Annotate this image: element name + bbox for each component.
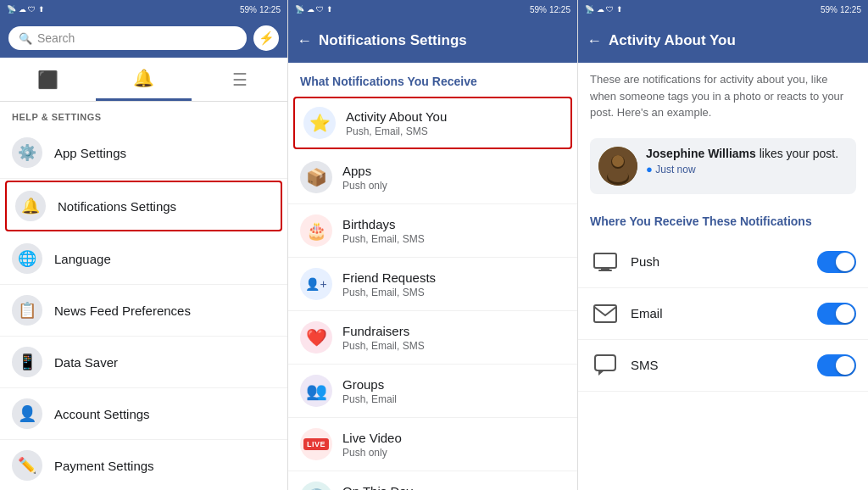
- account-settings-icon: 👤: [12, 398, 42, 429]
- search-input-wrap[interactable]: 🔍 Search: [8, 26, 247, 50]
- status-icons-2: 📡 ☁ 🛡 ⬆: [295, 5, 333, 14]
- notif-item-activity[interactable]: ⭐ Activity About You Push, Email, SMS: [293, 97, 572, 149]
- status-icons: 📡 ☁ 🛡 ⬆: [7, 5, 45, 14]
- birthdays-text: Birthdays Push, Email, SMS: [342, 217, 565, 245]
- svg-point-4: [608, 169, 628, 182]
- news-feed-label: News Feed Preferences: [54, 303, 191, 318]
- on-this-day-name: On This Day: [342, 484, 565, 491]
- panel-main-menu: 📡 ☁ 🛡 ⬆ 59% 12:25 🔍 Search ⚡ ⬛ 🔔 ☰ HELP …: [0, 0, 288, 490]
- live-badge: LIVE: [303, 438, 329, 450]
- live-video-sub: Push only: [342, 447, 565, 459]
- push-icon: [590, 247, 620, 277]
- svg-rect-8: [594, 305, 616, 322]
- notifications-settings-icon: 🔔: [15, 191, 46, 221]
- time-display: 12:25: [259, 5, 281, 14]
- activity-sub: Push, Email, SMS: [346, 125, 562, 137]
- example-person-name: Josephine Williams: [646, 147, 756, 160]
- tab-row: ⬛ 🔔 ☰: [0, 58, 287, 102]
- activity-text: Activity About You Push, Email, SMS: [346, 109, 562, 137]
- menu-item-data-saver[interactable]: 📱 Data Saver: [0, 337, 287, 388]
- status-bar-1: 📡 ☁ 🛡 ⬆ 59% 12:25: [0, 0, 287, 19]
- friend-requests-sub: Push, Email, SMS: [342, 287, 565, 298]
- svg-rect-9: [595, 355, 615, 370]
- notif-item-fundraisers[interactable]: ❤️ Fundraisers Push, Email, SMS: [288, 311, 577, 365]
- sms-icon: [590, 350, 620, 381]
- status-right-3: 59% 12:25: [821, 5, 861, 14]
- example-card: Josephine Williams likes your post. ● Ju…: [590, 138, 856, 194]
- notif-item-apps[interactable]: 📦 Apps Push only: [288, 151, 577, 204]
- menu-item-app-settings[interactable]: ⚙️ App Settings: [0, 127, 287, 179]
- data-saver-label: Data Saver: [54, 355, 118, 370]
- notif-item-friend-requests[interactable]: 👤+ Friend Requests Push, Email, SMS: [288, 258, 577, 311]
- language-label: Language: [54, 252, 111, 266]
- status-right: 59% 12:25: [240, 5, 281, 14]
- language-icon: 🌐: [12, 243, 42, 274]
- news-feed-icon: 📋: [12, 295, 42, 326]
- menu-item-payment-settings[interactable]: ✏️ Payment Settings: [0, 440, 287, 490]
- example-notification-text: Josephine Williams likes your post. ● Ju…: [646, 147, 848, 175]
- push-toggle[interactable]: [817, 251, 856, 273]
- data-saver-icon: 📱: [12, 347, 42, 377]
- activity-description: These are notifications for activity abo…: [578, 63, 868, 130]
- apps-sub: Push only: [342, 180, 565, 192]
- friend-requests-icon: 👤+: [300, 268, 332, 300]
- account-settings-label: Account Settings: [54, 407, 150, 421]
- what-notif-title: What Notifications You Receive: [288, 63, 577, 95]
- menu-item-notifications-settings[interactable]: 🔔 Notifications Settings: [5, 181, 282, 231]
- activity-header: ← Activity About You: [578, 19, 868, 63]
- activity-icon: ⭐: [303, 107, 336, 139]
- email-icon: [590, 298, 620, 329]
- groups-name: Groups: [342, 377, 565, 392]
- app-settings-label: App Settings: [54, 146, 126, 160]
- notifications-settings-label: Notifications Settings: [58, 199, 176, 214]
- svg-rect-6: [601, 268, 609, 270]
- time-3: 12:25: [840, 5, 861, 14]
- notif-item-on-this-day[interactable]: 🕐 On This Day Push, Email, SMS: [288, 471, 577, 490]
- status-left-2: 📡 ☁ 🛡 ⬆: [295, 5, 333, 14]
- menu-item-language[interactable]: 🌐 Language: [0, 233, 287, 285]
- example-action: likes your post.: [756, 147, 838, 160]
- live-video-icon: LIVE: [300, 428, 332, 460]
- notif-item-live-video[interactable]: LIVE Live Video Push only: [288, 418, 577, 471]
- email-toggle[interactable]: [817, 303, 856, 325]
- fundraisers-name: Fundraisers: [342, 324, 565, 338]
- email-label: Email: [631, 306, 807, 320]
- push-label: Push: [631, 254, 807, 269]
- back-arrow-2[interactable]: ←: [297, 32, 312, 50]
- tab-feed[interactable]: ⬛: [0, 58, 96, 101]
- app-settings-icon: ⚙️: [12, 137, 42, 168]
- panel-activity-about-you: 📡 ☁ 🛡 ⬆ 59% 12:25 ← Activity About You T…: [578, 0, 868, 490]
- example-time: ● Just now: [646, 163, 848, 175]
- menu-item-account-settings[interactable]: 👤 Account Settings: [0, 388, 287, 440]
- live-video-name: Live Video: [342, 431, 565, 445]
- status-right-2: 59% 12:25: [530, 5, 570, 14]
- payment-settings-icon: ✏️: [12, 450, 42, 481]
- sms-label: SMS: [631, 358, 807, 372]
- on-this-day-text: On This Day Push, Email, SMS: [342, 484, 565, 491]
- birthdays-sub: Push, Email, SMS: [342, 233, 565, 245]
- fundraisers-sub: Push, Email, SMS: [342, 340, 565, 352]
- svg-point-3: [612, 155, 624, 167]
- notif-item-groups[interactable]: 👥 Groups Push, Email: [288, 365, 577, 418]
- where-receive-title: Where You Receive These Notifications: [578, 203, 868, 237]
- feed-icon: ⬛: [37, 70, 58, 90]
- friend-requests-name: Friend Requests: [342, 270, 565, 285]
- panel-notifications-settings: 📡 ☁ 🛡 ⬆ 59% 12:25 ← Notifications Settin…: [288, 0, 578, 490]
- notifications-title: Notifications Settings: [319, 32, 569, 49]
- apps-text: Apps Push only: [342, 164, 565, 192]
- svg-rect-7: [598, 270, 612, 271]
- groups-text: Groups Push, Email: [342, 377, 565, 405]
- birthdays-icon: 🎂: [300, 214, 332, 247]
- toggle-row-email: Email: [578, 288, 868, 340]
- groups-icon: 👥: [300, 375, 332, 407]
- tab-notifications[interactable]: 🔔: [96, 58, 192, 101]
- battery-text: 59%: [240, 5, 257, 14]
- sms-toggle[interactable]: [817, 354, 856, 376]
- back-arrow-3[interactable]: ←: [587, 32, 602, 50]
- notif-item-birthdays[interactable]: 🎂 Birthdays Push, Email, SMS: [288, 204, 577, 258]
- search-input[interactable]: Search: [37, 31, 75, 45]
- notifications-header: ← Notifications Settings: [288, 19, 577, 63]
- menu-item-news-feed[interactable]: 📋 News Feed Preferences: [0, 285, 287, 337]
- tab-menu[interactable]: ☰: [192, 58, 287, 101]
- messenger-icon[interactable]: ⚡: [253, 25, 279, 51]
